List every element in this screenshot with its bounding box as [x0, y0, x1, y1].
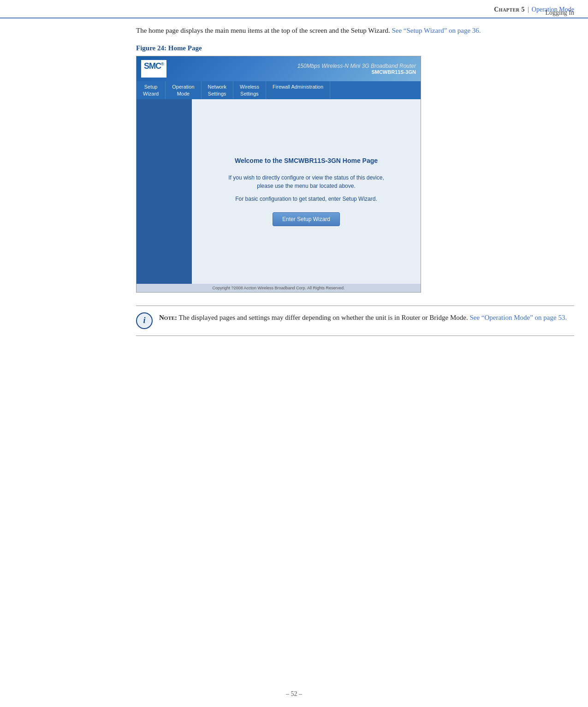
- router-logo-networks: Networks: [144, 72, 164, 76]
- chapter-label: Chapter 5: [494, 6, 525, 13]
- router-header: SMC® Networks 150Mbps Wireless-N Mini 3G…: [137, 56, 421, 81]
- router-product-info: 150Mbps Wireless-N Mini 3G Broadband Rou…: [297, 63, 416, 75]
- router-footer: Copyright ?2008 Accton Wireless Broadban…: [137, 284, 421, 292]
- router-desc1-line1: If you wish to directly configure or vie…: [228, 174, 384, 181]
- nav-setup-wizard[interactable]: Setup Wizard: [137, 81, 166, 99]
- nav-setup-wizard-line1: Setup: [144, 84, 158, 90]
- router-logo-reg: ®: [161, 62, 164, 66]
- operation-mode-link[interactable]: See “Operation Mode” on page 53.: [469, 314, 567, 321]
- router-logo-smc: SMC®: [144, 61, 164, 71]
- router-desc1-line2: please use the menu bar located above.: [257, 183, 355, 189]
- router-logo-box: SMC® Networks: [141, 60, 166, 78]
- nav-network-settings-line2: Settings: [208, 90, 226, 97]
- note-label: Note:: [159, 314, 177, 321]
- router-desc1: If you wish to directly configure or vie…: [228, 174, 384, 190]
- header-sub-nav: Logging In: [545, 9, 574, 17]
- nav-wireless-settings-line2: Settings: [240, 90, 259, 97]
- main-content: The home page displays the main menu ite…: [136, 25, 574, 336]
- intro-text: The home page displays the main menu ite…: [136, 27, 390, 34]
- page-header: Chapter 5 | Operation Mode Logging In: [0, 0, 588, 18]
- router-sidebar: [137, 99, 192, 284]
- router-logo-area: SMC® Networks: [141, 60, 168, 78]
- note-text: Note: The displayed pages and settings m…: [159, 312, 567, 323]
- note-box: i Note: The displayed pages and settings…: [136, 306, 574, 336]
- router-main-area: Welcome to the SMCWBR11S-3GN Home Page I…: [192, 99, 421, 284]
- header-separator: |: [528, 6, 529, 13]
- router-body: Welcome to the SMCWBR11S-3GN Home Page I…: [137, 99, 421, 284]
- router-model: SMCWBR11S-3GN: [297, 69, 416, 75]
- page-number: – 52 –: [286, 690, 302, 697]
- router-welcome-text: Welcome to the SMCWBR11S-3GN Home Page: [235, 157, 378, 164]
- router-nav: Setup Wizard Operation Mode Network Sett…: [137, 81, 421, 99]
- nav-network-settings-line1: Network: [208, 84, 226, 90]
- note-body-text: The displayed pages and settings may dif…: [179, 314, 468, 321]
- enter-setup-wizard-button[interactable]: Enter Setup Wizard: [273, 212, 340, 226]
- nav-firewall-admin[interactable]: Firewall Administration: [266, 81, 330, 99]
- nav-wireless-settings[interactable]: Wireless Settings: [233, 81, 266, 99]
- figure-label: Figure 24: Home Page: [136, 44, 574, 52]
- nav-operation-mode[interactable]: Operation Mode: [166, 81, 201, 99]
- page-footer: – 52 –: [0, 690, 588, 698]
- intro-paragraph: The home page displays the main menu ite…: [136, 25, 574, 36]
- setup-wizard-link[interactable]: See “Setup Wizard” on page 36.: [392, 27, 481, 34]
- router-desc2: For basic configuration to get started, …: [235, 195, 377, 203]
- router-product-name: 150Mbps Wireless-N Mini 3G Broadband Rou…: [297, 63, 416, 69]
- nav-operation-mode-line1: Operation: [172, 84, 194, 90]
- nav-setup-wizard-line2: Wizard: [143, 90, 159, 97]
- nav-wireless-settings-line1: Wireless: [240, 84, 259, 90]
- nav-network-settings[interactable]: Network Settings: [202, 81, 233, 99]
- nav-firewall-admin-combined: Firewall Administration: [273, 84, 323, 90]
- info-icon: i: [136, 312, 153, 329]
- router-screenshot: SMC® Networks 150Mbps Wireless-N Mini 3G…: [136, 56, 421, 293]
- nav-operation-mode-line2: Mode: [172, 90, 194, 97]
